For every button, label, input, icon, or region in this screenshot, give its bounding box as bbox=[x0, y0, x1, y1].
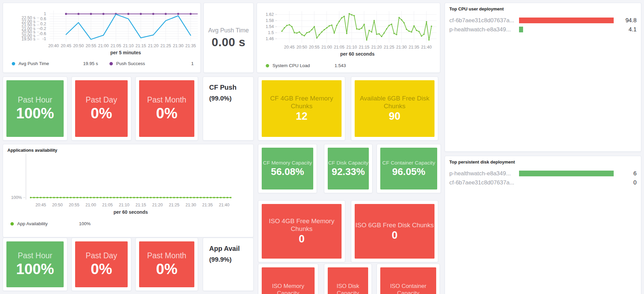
svg-text:21:30: 21:30 bbox=[186, 203, 196, 207]
tile-label: Past Hour bbox=[18, 251, 52, 261]
svg-text:-1: -1 bbox=[42, 36, 46, 41]
svg-text:21:10: 21:10 bbox=[123, 43, 133, 48]
svg-text:21:10: 21:10 bbox=[346, 45, 357, 50]
svg-text:21:05: 21:05 bbox=[334, 45, 344, 50]
grid bbox=[50, 10, 198, 42]
svg-text:20:45: 20:45 bbox=[35, 203, 46, 207]
svg-text:1.58: 1.58 bbox=[266, 18, 274, 23]
push-success-dot-icon bbox=[109, 62, 113, 65]
svg-text:per 5 minutes: per 5 minutes bbox=[110, 50, 141, 55]
tile-value: 92.33% bbox=[332, 166, 365, 177]
tile-value: 12 bbox=[296, 110, 307, 122]
legend-value: 1 bbox=[191, 61, 194, 66]
panel-cf-push-past-day: Past Day 0% bbox=[71, 77, 131, 141]
axes: 100%20:4520:5020:5521:0021:0521:1021:152… bbox=[11, 154, 229, 215]
series-system-cpu-load bbox=[281, 13, 432, 41]
tile-label: ISO Container Capacity bbox=[380, 283, 436, 294]
status-tile: Past Month 0% bbox=[139, 80, 194, 137]
svg-text:21:15: 21:15 bbox=[135, 203, 146, 207]
panel-app-avail-info: App Avail (99.9%) bbox=[203, 238, 254, 291]
svg-text:20:45: 20:45 bbox=[284, 45, 294, 50]
panel-cf-push-past-hour: Past Hour 100% bbox=[3, 77, 67, 141]
tile-label: Past Month bbox=[147, 95, 186, 105]
legend-item-avg-push-time: Avg Push Time 19.95 s bbox=[12, 61, 98, 66]
bar-row: cf-6b7aee31c8d07637a... 0 bbox=[449, 178, 637, 187]
grid bbox=[278, 11, 437, 43]
svg-text:1.5: 1.5 bbox=[268, 30, 274, 35]
svg-text:21:00: 21:00 bbox=[321, 45, 332, 50]
bar-value: 94.8 bbox=[618, 17, 637, 24]
bar-track bbox=[519, 171, 614, 176]
series-app-availability bbox=[30, 197, 232, 199]
legend-value: 100% bbox=[79, 221, 91, 226]
panel-cf-disk-capacity: CF Disk Capacity 92.33% bbox=[324, 144, 373, 193]
status-tile: ISO Disk Capacity 0.00% bbox=[328, 267, 368, 294]
push-chart-legend: Avg Push Time 19.95 s Push Success 1 bbox=[12, 61, 194, 66]
svg-text:21:05: 21:05 bbox=[110, 43, 121, 48]
axes: 22.50 s22.00 s21.50 s21.00 s20.50 s20.00… bbox=[22, 11, 196, 55]
tile-label: CF 4GB Free Memory Chunks bbox=[262, 95, 342, 110]
legend-label: Push Success bbox=[116, 61, 191, 66]
svg-text:21:20: 21:20 bbox=[148, 43, 158, 48]
svg-text:21:40: 21:40 bbox=[219, 203, 229, 207]
svg-text:1.46: 1.46 bbox=[266, 36, 274, 41]
svg-text:1.54: 1.54 bbox=[266, 24, 274, 29]
deployment-label: cf-6b7aee31c8d07637a... bbox=[449, 179, 516, 186]
tile-label: Past Day bbox=[86, 251, 117, 261]
svg-text:1.62: 1.62 bbox=[266, 12, 274, 17]
svg-text:21:05: 21:05 bbox=[102, 203, 112, 207]
panel-iso-disk-capacity: ISO Disk Capacity 0.00% bbox=[324, 264, 372, 294]
panel-system-cpu-load-chart: 1.621.581.541.51.4620:4520:5020:5521:002… bbox=[257, 3, 440, 73]
panel-title: Top CPU user deployment bbox=[449, 6, 504, 11]
status-tile: Past Day 0% bbox=[75, 241, 128, 287]
status-tile: Past Day 0% bbox=[75, 80, 128, 137]
panel-iso-memory-capacity: ISO Memory Capacity 0.00% bbox=[258, 264, 318, 294]
cpu-bar bbox=[519, 27, 523, 32]
status-tile: CF 4GB Free Memory Chunks 12 bbox=[262, 80, 342, 137]
svg-text:21:30: 21:30 bbox=[173, 43, 183, 48]
panel-iso-4gb-free-memory-chunks: ISO 4GB Free Memory Chunks 0 bbox=[258, 200, 345, 262]
bar-row: p-healthwatch-e8a349... 6 bbox=[449, 169, 637, 178]
svg-text:1: 1 bbox=[44, 11, 46, 16]
status-tile: Past Hour 100% bbox=[6, 80, 64, 137]
panel-avg-push-time-stat: Avg Push Time 0.00 s bbox=[203, 3, 254, 73]
svg-text:per 60 seconds: per 60 seconds bbox=[340, 51, 375, 57]
status-tile: CF Disk Capacity 92.33% bbox=[328, 148, 369, 189]
tile-label: ISO Disk Capacity bbox=[328, 283, 368, 294]
svg-text:21:10: 21:10 bbox=[119, 203, 129, 207]
bar-row: cf-6b7aee31c8d07637a... 94.8 bbox=[449, 16, 637, 25]
svg-text:-0.2: -0.2 bbox=[39, 26, 46, 31]
tile-value: 100% bbox=[16, 261, 54, 278]
system-cpu-load-chart: 1.621.581.541.51.4620:4520:5020:5521:002… bbox=[257, 3, 440, 58]
tile-value: 96.05% bbox=[392, 166, 425, 177]
legend-label: App Availability bbox=[17, 221, 79, 226]
panel-cf-push-info: CF Push (99.0%) bbox=[203, 77, 254, 141]
tile-value: 0% bbox=[156, 261, 178, 278]
status-tile: Available 6GB Free Disk Chunks 90 bbox=[355, 80, 434, 137]
info-subtitle: (99.9%) bbox=[209, 256, 247, 263]
tile-value: 90 bbox=[389, 110, 400, 122]
tile-value: 100% bbox=[16, 105, 54, 122]
legend-value: 19.95 s bbox=[83, 61, 98, 66]
svg-text:20:45: 20:45 bbox=[61, 43, 71, 48]
stat-label: Avg Push Time bbox=[208, 27, 249, 34]
panel-app-avail-past-month: Past Month 0% bbox=[135, 238, 198, 291]
tile-value: 0% bbox=[91, 105, 112, 122]
svg-text:21:00: 21:00 bbox=[86, 203, 96, 207]
series-push-success bbox=[65, 13, 198, 15]
svg-text:100%: 100% bbox=[11, 195, 22, 200]
deployment-label: cf-6b7aee31c8d07637a... bbox=[449, 17, 516, 24]
panel-app-avail-past-hour: Past Hour 100% bbox=[3, 238, 67, 291]
svg-text:21:25: 21:25 bbox=[160, 43, 171, 48]
svg-text:21:35: 21:35 bbox=[202, 203, 213, 207]
panel-top-persistent-disk-deployment: Top persistent disk deployment p-healthw… bbox=[445, 156, 641, 294]
status-tile: Past Hour 100% bbox=[6, 241, 64, 287]
deployment-label: p-healthwatch-e8a349... bbox=[449, 170, 516, 177]
svg-text:20:55: 20:55 bbox=[86, 43, 96, 48]
tile-label: ISO Memory Capacity bbox=[262, 283, 315, 294]
status-tile: CF Memory Capacity 56.08% bbox=[262, 148, 313, 189]
deployment-label: p-healthwatch-e8a349... bbox=[449, 26, 516, 33]
svg-text:21:25: 21:25 bbox=[384, 45, 394, 50]
app-availability-dot-icon bbox=[10, 222, 14, 226]
bar-value: 4.1 bbox=[618, 26, 637, 33]
